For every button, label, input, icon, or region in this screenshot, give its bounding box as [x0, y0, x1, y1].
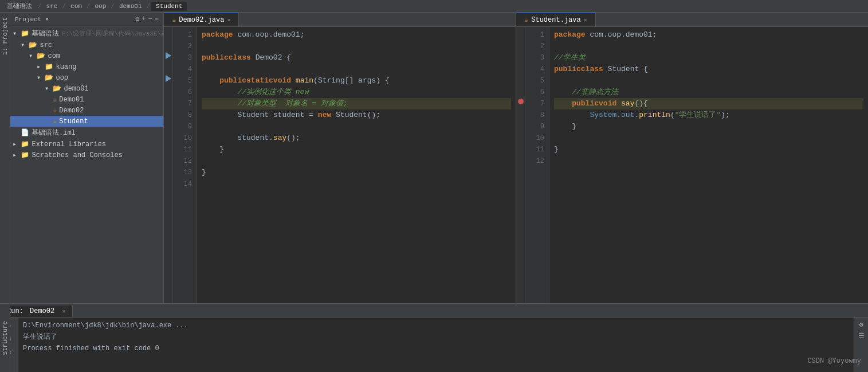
sidebar-item-iml[interactable]: 📄 基础语法.iml: [10, 127, 163, 139]
breakpoint-dot: [518, 99, 524, 104]
code-lines-left: package com.oop.demo01; public class Dem…: [197, 27, 516, 303]
ln-9: 9: [175, 121, 192, 132]
ln-4: 4: [175, 64, 192, 75]
editors-split: ☕ Demo02.java ✕: [164, 13, 868, 303]
editor-pane-right[interactable]: ☕ Student.java ✕: [516, 13, 868, 303]
run-settings-icon[interactable]: ⚙: [857, 320, 866, 329]
ln-7: 7: [175, 98, 192, 109]
sidebar-expand-icon[interactable]: +: [142, 15, 146, 24]
project-panel-tab[interactable]: 1: Project: [0, 13, 10, 303]
sidebar-root-label: 基础语法: [32, 29, 59, 38]
editor-pane-left[interactable]: ☕ Demo02.java ✕: [164, 13, 516, 303]
bp-6: [164, 84, 172, 96]
sidebar-item-com[interactable]: ▾ 📂 com: [10, 50, 163, 61]
sidebar-item-student-file[interactable]: ☕ Student: [10, 116, 163, 127]
bp-1: [164, 27, 172, 38]
run-tabs: Run: Demo02 ✕: [0, 304, 868, 318]
run-panel: Run: Demo02 ✕ ▶ ■ ↺ ⇩ D:\Environment\jdk…: [0, 303, 868, 372]
code-line-7: //对象类型 对象名 = 对象值;: [202, 98, 511, 109]
bp-10: [164, 130, 172, 142]
rcode-line-11: }: [554, 144, 863, 155]
ln-2: 2: [175, 41, 192, 52]
sidebar-item-demo01[interactable]: ▾ 📂 demo01: [10, 83, 163, 94]
sidebar-item-scratches[interactable]: ▸ 📁 Scratches and Consoles: [10, 150, 163, 160]
code-content-right: 1 2 3 4 5 6 7 8 9 10 11 12 package: [516, 27, 868, 303]
code-line-10: student.say();: [202, 132, 511, 144]
run-output: D:\Environment\jdk8\jdk\bin\java.exe ...…: [18, 318, 854, 372]
watermark-text: CSDN @Yoyowmy: [807, 357, 861, 365]
sidebar-item-src[interactable]: ▾ 📂 src: [10, 40, 163, 50]
line-numbers-left: 1 2 3 4 5 6 7 8 9 10 11 12 13 14: [173, 27, 197, 303]
bp-3: [164, 50, 172, 61]
structure-panel-tab[interactable]: Structure: [0, 303, 10, 372]
code-line-6: //实例化这个类 new: [202, 87, 511, 98]
sidebar-item-ext-libs[interactable]: ▸ 📁 External Libraries: [10, 139, 163, 150]
code-line-1: package com.oop.demo01;: [202, 29, 511, 41]
structure-label: Structure: [2, 321, 9, 355]
ln-8: 8: [175, 109, 192, 121]
bp-r-4: [516, 61, 525, 73]
java-file-icon: ☕: [53, 117, 57, 126]
sidebar-demo02-file-label: Demo02: [59, 107, 84, 115]
tab-demo02-close[interactable]: ✕: [227, 17, 230, 24]
breakpoint-area-right: [516, 27, 525, 303]
java-file-icon: ☕: [53, 95, 57, 104]
sidebar-gear-icon[interactable]: ⋯: [155, 15, 159, 24]
sidebar-item-oop[interactable]: ▾ 📂 oop: [10, 72, 163, 83]
run-tab-run[interactable]: Run: Demo02 ✕: [0, 306, 73, 317]
folder-icon: ▸ 📁: [13, 151, 29, 159]
iml-file-icon: 📄: [21, 128, 29, 137]
rcode-line-7: public void say(){: [554, 98, 863, 109]
run-filter-icon[interactable]: ☰: [857, 331, 866, 340]
code-line-3: public class Demo02 {: [202, 52, 511, 64]
rcode-line-2: [554, 41, 863, 52]
top-tab-com[interactable]: com: [67, 2, 85, 11]
code-line-9: [202, 121, 511, 132]
editor-tabs-left: ☕ Demo02.java ✕: [164, 13, 516, 27]
rcode-line-4: public class Student {: [554, 64, 863, 75]
tab-demo02[interactable]: ☕ Demo02.java ✕: [164, 13, 239, 26]
bp-r-1: [516, 27, 525, 38]
line-numbers-right: 1 2 3 4 5 6 7 8 9 10 11 12: [525, 27, 549, 303]
tab-student-close[interactable]: ✕: [584, 17, 587, 24]
editor-area: ☕ Demo02.java ✕: [164, 13, 868, 303]
code-line-12: [202, 155, 511, 167]
top-tab-src[interactable]: src: [43, 2, 61, 11]
ln-11: 11: [175, 144, 192, 155]
ln-6: 6: [175, 87, 192, 98]
code-content-left: 1 2 3 4 5 6 7 8 9 10 11 12 13 14: [164, 27, 516, 303]
student-file-icon: ☕: [524, 15, 528, 24]
rln-2: 2: [528, 41, 544, 52]
bp-r-7: [516, 96, 525, 107]
sidebar-oop-label: oop: [56, 74, 68, 82]
rln-1: 1: [528, 29, 544, 41]
sidebar-collapse-icon[interactable]: −: [148, 15, 152, 24]
bp-4: [164, 61, 172, 73]
bp-r-2: [516, 38, 525, 50]
run-tab-close[interactable]: ✕: [62, 308, 65, 315]
folder-icon: ▸ 📁: [37, 62, 53, 71]
bp-r-5: [516, 73, 525, 84]
top-tab-student[interactable]: Student: [151, 2, 187, 11]
rln-3: 3: [528, 52, 544, 64]
sidebar-item-demo02-file[interactable]: ☕ Demo02: [10, 105, 163, 116]
top-tab-oop[interactable]: oop: [91, 2, 109, 11]
sidebar-scratches-label: Scratches and Consoles: [32, 151, 122, 159]
bp-11: [164, 142, 172, 153]
run-tab-demo02: Demo02: [30, 307, 54, 315]
sidebar-item-demo01-file[interactable]: ☕ Demo01: [10, 94, 163, 105]
top-tab-project[interactable]: 基础语法: [2, 1, 37, 11]
rln-12: 12: [528, 155, 544, 167]
bp-r-9: [516, 119, 525, 130]
bp-r-10: [516, 130, 525, 142]
bp-r-11: [516, 142, 525, 153]
sidebar-item-kuang[interactable]: ▸ 📁 kuang: [10, 61, 163, 72]
top-tab-demo01[interactable]: demo01: [116, 2, 146, 11]
run-arrow-icon: [166, 52, 171, 59]
sidebar-settings-icon[interactable]: ⚙: [135, 15, 139, 24]
tab-student[interactable]: ☕ Student.java ✕: [516, 13, 596, 26]
rcode-line-5: [554, 75, 863, 87]
sidebar-item-root[interactable]: ▾ 📁 基础语法 F:\级管理\网课程\代码\JavaSE\基础语: [10, 28, 163, 40]
csdn-watermark: CSDN @Yoyowmy: [807, 357, 861, 365]
code-line-13: }: [202, 167, 511, 178]
